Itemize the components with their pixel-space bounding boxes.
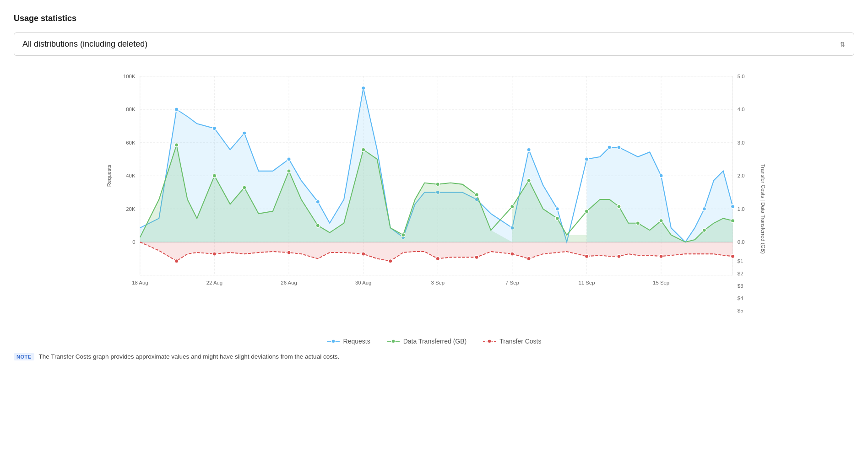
svg-point-31	[608, 145, 611, 149]
svg-text:60K: 60K	[126, 140, 136, 145]
svg-text:20K: 20K	[126, 206, 136, 212]
legend-data-transferred-label: Data Transferred (GB)	[403, 338, 467, 345]
svg-point-53	[731, 219, 734, 222]
svg-point-32	[617, 145, 621, 149]
svg-point-19	[212, 127, 216, 130]
legend-requests: Requests	[327, 338, 370, 345]
svg-point-37	[212, 174, 216, 177]
distribution-dropdown[interactable]: All distributions (including deleted) ⇅	[14, 32, 854, 56]
svg-point-38	[243, 186, 246, 189]
svg-point-52	[702, 228, 706, 232]
svg-text:30 Aug: 30 Aug	[355, 280, 371, 285]
chevron-down-icon: ⇅	[840, 41, 846, 48]
svg-point-44	[475, 193, 478, 197]
svg-text:3.0: 3.0	[738, 140, 745, 145]
svg-point-35	[731, 204, 734, 208]
note-text: The Transfer Costs graph provides approx…	[39, 353, 340, 360]
svg-point-97	[391, 339, 395, 343]
svg-point-55	[212, 252, 216, 256]
svg-point-40	[316, 224, 320, 227]
svg-point-95	[331, 339, 335, 343]
svg-text:$1: $1	[738, 258, 743, 264]
svg-point-45	[510, 204, 514, 208]
svg-point-57	[362, 252, 365, 256]
svg-text:$2: $2	[738, 271, 743, 276]
svg-point-48	[585, 210, 588, 213]
svg-text:3 Sep: 3 Sep	[431, 280, 445, 285]
svg-text:22 Aug: 22 Aug	[206, 280, 222, 285]
svg-point-34	[702, 207, 706, 211]
svg-text:$3: $3	[738, 283, 743, 289]
svg-point-22	[316, 200, 320, 204]
svg-text:Requests: Requests	[106, 165, 112, 187]
svg-point-60	[475, 255, 478, 259]
chart-legend: Requests Data Transferred (GB) Transfer …	[14, 338, 854, 345]
page-title: Usage statistics	[14, 14, 854, 23]
svg-point-30	[585, 157, 588, 161]
svg-point-58	[389, 259, 392, 263]
svg-point-29	[555, 207, 559, 211]
svg-text:$5: $5	[738, 308, 743, 313]
svg-text:0: 0	[132, 239, 135, 245]
svg-point-50	[636, 221, 640, 225]
svg-point-39	[287, 169, 291, 173]
svg-point-65	[659, 254, 663, 258]
svg-point-42	[401, 233, 405, 237]
svg-point-51	[659, 219, 663, 222]
svg-point-64	[617, 254, 621, 258]
svg-point-56	[287, 251, 291, 254]
svg-text:15 Sep: 15 Sep	[653, 280, 669, 285]
svg-text:18 Aug: 18 Aug	[132, 280, 148, 285]
note-box: NOTE The Transfer Costs graph provides a…	[14, 353, 854, 360]
svg-point-62	[527, 257, 531, 260]
svg-point-18	[174, 107, 178, 111]
svg-point-46	[527, 178, 531, 182]
legend-data-transferred: Data Transferred (GB)	[387, 338, 467, 345]
svg-point-49	[617, 204, 621, 208]
svg-point-43	[436, 183, 439, 186]
svg-text:80K: 80K	[126, 107, 136, 112]
legend-transfer-costs-label: Transfer Costs	[499, 338, 541, 345]
svg-point-23	[362, 86, 365, 90]
svg-point-66	[731, 254, 734, 258]
svg-text:100K: 100K	[123, 74, 136, 79]
svg-point-21	[287, 157, 291, 161]
svg-point-33	[659, 174, 663, 177]
svg-text:40K: 40K	[126, 173, 136, 178]
svg-point-20	[243, 131, 246, 135]
svg-text:2.0: 2.0	[738, 173, 745, 178]
svg-text:Transfer Costs | Data Transfer: Transfer Costs | Data Transferred (GB)	[760, 164, 766, 254]
svg-point-47	[555, 216, 559, 220]
svg-point-28	[527, 148, 531, 151]
svg-point-63	[585, 254, 588, 258]
svg-text:0.0: 0.0	[738, 239, 745, 245]
legend-requests-label: Requests	[343, 338, 370, 345]
svg-text:5.0: 5.0	[738, 74, 745, 79]
svg-point-99	[488, 339, 491, 343]
dropdown-label: All distributions (including deleted)	[22, 39, 147, 49]
svg-point-61	[510, 252, 514, 256]
svg-point-59	[436, 257, 439, 260]
svg-text:4.0: 4.0	[738, 107, 745, 112]
svg-point-54	[174, 259, 178, 263]
svg-text:1.0: 1.0	[738, 206, 745, 212]
svg-text:26 Aug: 26 Aug	[281, 280, 297, 285]
note-badge: NOTE	[14, 353, 34, 360]
svg-point-36	[174, 143, 178, 147]
usage-chart: 100K 80K 60K 40K 20K 0 Requests 5.0 4.0 …	[14, 67, 854, 332]
svg-text:11 Sep: 11 Sep	[578, 280, 595, 285]
svg-text:$4: $4	[738, 295, 743, 301]
legend-transfer-costs: Transfer Costs	[483, 338, 541, 345]
svg-text:7 Sep: 7 Sep	[505, 280, 519, 285]
svg-point-41	[362, 148, 365, 151]
